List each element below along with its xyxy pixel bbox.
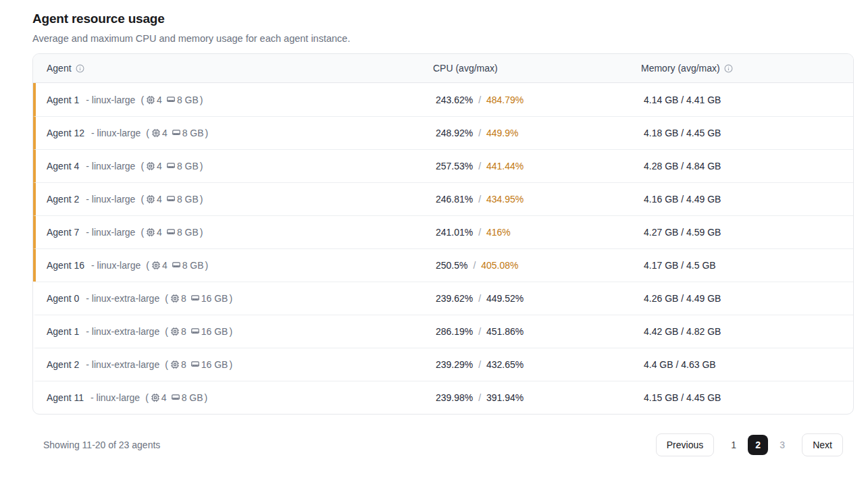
table-row: Agent 12 - linux-large ( 4 8 GB ) 248.92… xyxy=(33,116,853,149)
agent-instance-type: - linux-extra-large xyxy=(86,359,159,370)
agent-spec: ( 4 8 GB ) xyxy=(141,161,203,171)
page-number-button[interactable]: 2 xyxy=(748,435,768,455)
cpu-avg-value: 239.62% xyxy=(436,293,473,304)
cpu-avg-value: 248.92% xyxy=(436,128,473,138)
agent-info-icon[interactable] xyxy=(76,64,84,73)
memory-value: 4.18 GB / 4.45 GB xyxy=(644,128,721,138)
agent-cpu-count: 4 xyxy=(157,95,162,105)
agent-name: Agent 2 xyxy=(47,194,79,205)
agent-instance-type: - linux-extra-large xyxy=(86,326,159,337)
agent-name: Agent 0 xyxy=(47,293,79,304)
memory-value: 4.27 GB / 4.59 GB xyxy=(644,227,721,238)
memory-cell: 4.14 GB / 4.41 GB xyxy=(644,95,853,105)
ram-stick-icon xyxy=(166,161,176,171)
page-title: Agent resource usage xyxy=(32,11,854,26)
agent-spec: ( 8 16 GB ) xyxy=(165,293,232,304)
ram-stick-icon xyxy=(190,360,200,369)
cpu-max-value: 451.86% xyxy=(486,326,524,337)
ram-stick-icon xyxy=(166,95,176,105)
column-header-agent: Agent xyxy=(33,63,433,74)
memory-cell: 4.18 GB / 4.45 GB xyxy=(644,128,853,138)
agent-name: Agent 12 xyxy=(47,128,84,138)
cpu-separator: / xyxy=(476,194,484,205)
spec-paren-open: ( xyxy=(165,326,168,337)
spec-paren-close: ) xyxy=(200,95,203,105)
agent-name: Agent 4 xyxy=(47,161,79,171)
cpu-chip-icon xyxy=(146,228,155,237)
cpu-separator: / xyxy=(476,293,484,304)
memory-cell: 4.27 GB / 4.59 GB xyxy=(644,227,853,238)
spec-paren-close: ) xyxy=(205,392,208,403)
page-number-button[interactable]: 1 xyxy=(723,435,744,455)
agent-name: Agent 11 xyxy=(47,392,84,403)
spec-paren-close: ) xyxy=(200,227,203,238)
cpu-avg-value: 243.62% xyxy=(436,95,473,105)
cpu-cell: 243.62% / 484.79% xyxy=(436,95,644,105)
spec-paren-close: ) xyxy=(200,194,203,205)
cpu-chip-icon xyxy=(151,128,161,138)
spec-paren-open: ( xyxy=(141,194,144,205)
agent-spec: ( 8 16 GB ) xyxy=(165,359,232,370)
agent-instance-type: - linux-large xyxy=(91,128,141,138)
agent-name: Agent 2 xyxy=(47,359,79,370)
cpu-avg-value: 257.53% xyxy=(436,161,473,171)
spec-paren-open: ( xyxy=(141,161,144,171)
cpu-chip-icon xyxy=(146,161,155,171)
table-header-row: Agent CPU (avg/max) Memory (avg/max) xyxy=(33,54,853,83)
cpu-cell: 257.53% / 441.44% xyxy=(436,161,644,171)
agent-instance-type: - linux-large xyxy=(91,392,140,403)
cpu-cell: 239.98% / 391.94% xyxy=(436,392,644,403)
next-page-button[interactable]: Next xyxy=(802,433,843,456)
agent-spec: ( 8 16 GB ) xyxy=(165,326,232,337)
memory-info-icon[interactable] xyxy=(724,64,733,73)
showing-count-text: Showing 11-20 of 23 agents xyxy=(43,440,160,450)
spec-paren-open: ( xyxy=(141,227,144,238)
cpu-separator: / xyxy=(476,161,484,171)
agent-ram: 8 GB xyxy=(177,161,199,171)
spec-paren-open: ( xyxy=(146,128,149,138)
cpu-max-value: 416% xyxy=(486,227,511,238)
agent-cpu-count: 8 xyxy=(181,359,186,370)
spec-paren-open: ( xyxy=(145,392,149,403)
agent-spec: ( 4 8 GB ) xyxy=(146,260,208,271)
spec-paren-open: ( xyxy=(165,359,168,370)
agent-cell: Agent 4 - linux-large ( 4 8 GB ) xyxy=(36,161,436,171)
spec-paren-close: ) xyxy=(205,128,209,138)
cpu-max-value: 391.94% xyxy=(486,392,524,403)
cpu-chip-icon xyxy=(146,95,155,105)
cpu-avg-value: 241.01% xyxy=(436,227,473,238)
memory-cell: 4.17 GB / 4.5 GB xyxy=(644,260,853,271)
agent-name: Agent 16 xyxy=(47,260,84,271)
agent-cpu-count: 8 xyxy=(181,326,186,337)
cpu-cell: 241.01% / 416% xyxy=(436,227,644,238)
table-row: Agent 7 - linux-large ( 4 8 GB ) 241.01%… xyxy=(33,215,853,248)
table-row: Agent 11 - linux-large ( 4 8 GB ) 239.98… xyxy=(33,381,853,414)
ram-stick-icon xyxy=(190,327,200,336)
memory-cell: 4.16 GB / 4.49 GB xyxy=(644,194,853,205)
agent-cpu-count: 4 xyxy=(162,260,168,271)
memory-value: 4.15 GB / 4.45 GB xyxy=(644,392,721,403)
table-row: Agent 16 - linux-large ( 4 8 GB ) 250.5%… xyxy=(33,248,853,282)
previous-page-button[interactable]: Previous xyxy=(656,433,714,456)
ram-stick-icon xyxy=(172,261,181,270)
page-subtitle: Average and maximum CPU and memory usage… xyxy=(32,33,854,44)
agent-cell: Agent 1 - linux-large ( 4 8 GB ) xyxy=(36,95,436,105)
agent-cell: Agent 0 - linux-extra-large ( 8 16 GB ) xyxy=(36,293,436,304)
agent-cpu-count: 4 xyxy=(162,128,168,138)
cpu-separator: / xyxy=(476,359,484,370)
cpu-separator: / xyxy=(476,128,484,138)
cpu-chip-icon xyxy=(170,294,180,303)
memory-column-label: Memory (avg/max) xyxy=(641,63,720,74)
agent-cell: Agent 2 - linux-extra-large ( 8 16 GB ) xyxy=(36,359,436,370)
agent-ram: 8 GB xyxy=(177,95,199,105)
page-number-list: 123 xyxy=(723,435,792,455)
agent-cell: Agent 7 - linux-large ( 4 8 GB ) xyxy=(36,227,436,238)
cpu-max-value: 441.44% xyxy=(486,161,524,171)
agent-cell: Agent 16 - linux-large ( 4 8 GB ) xyxy=(36,260,436,271)
cpu-cell: 239.29% / 432.65% xyxy=(436,359,644,370)
page-number-button[interactable]: 3 xyxy=(772,435,792,455)
pagination: Previous 123 Next xyxy=(656,433,843,456)
memory-cell: 4.4 GB / 4.63 GB xyxy=(644,359,853,370)
cpu-avg-value: 286.19% xyxy=(436,326,473,337)
cpu-separator: / xyxy=(476,95,484,105)
